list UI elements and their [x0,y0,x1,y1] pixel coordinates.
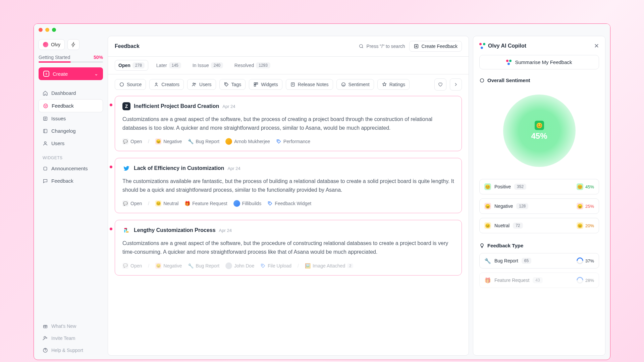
nav-label: Invite Team [51,336,75,341]
filter-widgets[interactable]: Widgets [249,79,282,90]
tab-resolved[interactable]: Resolved 1293 [231,60,274,70]
unread-dot-icon [110,228,112,230]
create-feedback-button[interactable]: Create Feedback [409,41,462,52]
sidebar-item-changelog[interactable]: Changelog [39,125,103,137]
plus-icon: + [43,71,49,77]
sentiment-list: 😊 Positive 352 😊45% 😠 Negative 128 😠25% … [479,179,599,233]
maximize-window-icon[interactable] [52,28,56,32]
card-body: Customizations are a great aspect of the… [122,115,454,132]
getting-started-row[interactable]: Getting Started 50% [39,55,103,60]
unread-dot-icon [110,166,112,168]
svg-point-21 [341,83,345,86]
card-body: Customizations are a great aspect of the… [122,239,454,256]
feedback-type-feature[interactable]: 🎁 Feature Request 43 28% [479,273,599,288]
feedback-card[interactable]: Lack of Efficiency in Customization Apr … [115,158,462,213]
sidebar-item-issues[interactable]: Issues [39,112,103,125]
close-copilot-button[interactable]: ✕ [594,42,599,50]
sidebar-widget-feedback[interactable]: Feedback [39,175,103,187]
svg-point-10 [359,45,362,48]
svg-point-16 [225,83,226,84]
sidebar-invite-team[interactable]: Invite Team [39,332,103,344]
main-header: Feedback Press "/" to search Create Feed… [108,36,469,57]
tag-meta: Performance [276,139,310,144]
sidebar: Olvy Getting Started 50% + Create ⌄ Dash… [34,36,108,360]
tab-label: Open [118,63,130,68]
tab-count: 1293 [256,62,270,68]
sidebar-whats-new[interactable]: What's New [39,320,103,332]
tab-label: In Issue [193,63,209,68]
create-button[interactable]: + Create ⌄ [39,67,103,80]
sidebar-widget-announcements[interactable]: Announcements [39,162,103,175]
search-icon [359,44,364,49]
feedback-type-bug[interactable]: 🔧 Bug Report 65 37% [479,253,599,268]
filter-label: Sentiment [348,82,370,87]
sidebar-item-users[interactable]: Users [39,137,103,149]
neutral-face-icon: 😐 [484,222,491,229]
chevron-right-icon [453,82,459,87]
filter-ratings[interactable]: Ratings [377,79,410,90]
feedback-card[interactable]: Z Inefficient Project Board Creation Apr… [115,96,462,151]
sentiment-negative[interactable]: 😠 Negative 128 😠25% [479,198,599,214]
tab-open[interactable]: Open 278 [115,60,148,71]
filter-label: Ratings [389,82,405,87]
minimize-window-icon[interactable] [45,28,49,32]
sentiment-neutral[interactable]: 😐 Nuetral 72 😐20% [479,218,599,233]
svg-point-0 [44,104,48,108]
card-title: Inefficient Project Board Creation [134,103,219,109]
copilot-logo-icon [479,43,485,49]
author-meta: Arnob Mukherjee [225,138,270,145]
tab-count: 278 [132,62,145,68]
sentiment-meta: 😠Negative [155,138,182,144]
filter-release-notes[interactable]: Release Notes [286,79,333,90]
quick-action-button[interactable] [67,39,79,50]
tab-label: Later [156,63,167,68]
megaphone-icon [43,166,48,171]
filter-label: Creators [161,82,179,87]
filter-sentiment[interactable]: Sentiment [336,79,374,90]
card-body: The customizations available are fantast… [122,177,454,194]
svg-point-14 [193,83,194,84]
filter-users[interactable]: Users [187,79,216,90]
page-title: Feedback [115,43,140,49]
tabs: Open 278 Later 145 In Issue 240 Resolved… [108,57,469,74]
avatar-icon [225,262,232,269]
card-title: Lack of Efficiency in Customization [134,165,224,171]
positive-face-icon: 😊 [484,183,491,190]
svg-rect-6 [44,167,47,170]
getting-started-pct: 50% [94,55,103,60]
user-plus-icon [43,336,48,341]
sidebar-item-feedback[interactable]: Feedback [39,99,103,112]
filter-source[interactable]: Source [115,79,146,90]
favorite-button[interactable] [434,78,446,90]
sidebar-help[interactable]: Help & Support [39,344,103,356]
feedback-card[interactable]: Lengthy Customization Process Apr 24 Cus… [115,220,462,275]
source-icon [119,82,124,87]
svg-point-2 [46,105,46,106]
widgets-icon [253,82,259,87]
creators-icon [154,82,159,87]
filter-tags[interactable]: Tags [219,79,246,90]
svg-point-28 [262,265,263,265]
notes-icon [290,82,296,87]
close-window-icon[interactable] [39,28,43,32]
summarise-button[interactable]: Summarise My Feedback [479,55,599,69]
overall-sentiment-header: Overall Sentiment [479,77,599,83]
nav-label: Feedback [52,103,74,109]
bug-icon: 🔧 [188,263,194,268]
tab-later[interactable]: Later 145 [153,60,184,70]
create-label: Create [53,71,68,77]
filter-creators[interactable]: Creators [149,79,184,90]
sentiment-gauge: 😊 45% [479,88,599,179]
tab-in-issue[interactable]: In Issue 240 [189,60,226,70]
chat-bubble-icon: 💬 [122,138,128,144]
sentiment-positive[interactable]: 😊 Positive 352 😊45% [479,179,599,194]
brand-badge[interactable]: Olvy [39,39,65,50]
search-hint[interactable]: Press "/" to search [359,44,405,49]
sidebar-item-dashboard[interactable]: Dashboard [39,87,103,99]
sentiment-icon [341,82,346,87]
chat-bubble-icon: 💬 [122,200,128,206]
status-meta: 💬Open [122,138,142,144]
filters-next-button[interactable] [450,78,462,90]
card-date: Apr 24 [219,228,232,233]
svg-point-23 [269,202,270,203]
